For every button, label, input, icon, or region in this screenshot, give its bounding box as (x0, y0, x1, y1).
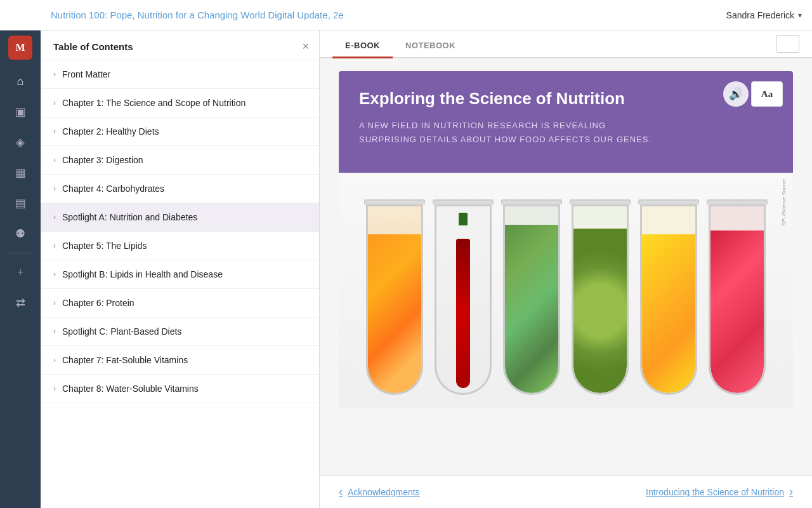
toc-header: Table of Contents × (41, 30, 319, 60)
toc-close-button[interactable]: × (302, 41, 309, 52)
audio-button[interactable]: 🔊 (723, 81, 749, 107)
main-layout: M ⌂ ▣ ◈ ▦ ▤ ⚉ + ⇄ Table of Contents (0, 30, 812, 508)
folder-nav-button[interactable]: ▣ (5, 98, 36, 126)
folder-icon: ▣ (15, 105, 26, 119)
toc-list-item[interactable]: ›Front Matter (41, 60, 319, 89)
toc-chevron-icon: › (53, 356, 56, 364)
layers-nav-button[interactable]: ◈ (5, 128, 36, 156)
toc-list: ›Front Matter›Chapter 1: The Science and… (41, 60, 319, 508)
toc-chevron-icon: › (53, 98, 56, 107)
tab-notebook[interactable]: NOTEBOOK (393, 34, 468, 58)
toc-item-label: Chapter 7: Fat-Soluble Vitamins (62, 355, 188, 365)
sync-icon: ⇄ (16, 296, 25, 310)
tube-orange (364, 199, 425, 395)
ebook-content: Exploring the Science of Nutrition A NEW… (320, 58, 812, 475)
prev-arrow-icon: ‹ (339, 485, 343, 498)
user-chevron-icon: ▾ (798, 11, 802, 20)
toc-item-label: Chapter 3: Digestion (62, 155, 143, 165)
notebook-nav-button[interactable]: ▤ (5, 189, 36, 217)
toc-list-item[interactable]: ›Chapter 3: Digestion (41, 146, 319, 175)
add-nav-button[interactable]: + (5, 258, 36, 286)
toc-list-item[interactable]: ›Chapter 6: Protein (41, 289, 319, 318)
tab-ebook[interactable]: E-BOOK (332, 34, 393, 58)
font-size-icon: Aa (761, 89, 773, 100)
tube-greens (501, 199, 562, 395)
toc-chevron-icon: › (53, 70, 56, 79)
toc-item-label: Spotlight C: Plant-Based Diets (62, 326, 181, 337)
toc-item-label: Chapter 1: The Science and Scope of Nutr… (62, 98, 246, 108)
bottom-nav: ‹ Acknowledgments Introducing the Scienc… (320, 475, 812, 508)
toc-item-label: Chapter 5: The Lipids (62, 241, 147, 251)
tube-chili (433, 199, 494, 395)
toc-list-item[interactable]: ›Chapter 1: The Science and Scope of Nut… (41, 89, 319, 117)
font-size-button[interactable]: Aa (751, 81, 783, 107)
tube-kiwi (570, 199, 631, 395)
toc-item-label: Spotlight B: Lipids in Health and Diseas… (62, 269, 223, 279)
hero-subtitle: A NEW FIELD IN NUTRITION RESEARCH IS REV… (359, 119, 664, 147)
toc-item-label: Chapter 2: Healthy Diets (62, 126, 159, 137)
toc-item-label: Chapter 4: Carbohydrates (62, 184, 164, 194)
toc-list-item[interactable]: ›Chapter 4: Carbohydrates (41, 175, 319, 203)
user-menu[interactable]: Sandra Frederick ▾ (726, 10, 802, 20)
tube-yellow-pepper (638, 199, 699, 395)
toc-chevron-icon: › (53, 213, 56, 222)
people-icon: ⚉ (15, 227, 25, 241)
home-nav-button[interactable]: ⌂ (5, 67, 36, 95)
user-name: Sandra Frederick (726, 10, 794, 20)
image-watermark: SPL/Science Source (781, 179, 787, 225)
toc-item-label: Front Matter (62, 69, 110, 79)
toc-list-item[interactable]: ›Chapter 8: Water-Soluble Vitamins (41, 375, 319, 403)
tab-bar: E-BOOK NOTEBOOK (320, 30, 812, 58)
sync-nav-button[interactable]: ⇄ (5, 289, 36, 317)
toc-list-item[interactable]: ›Spotlight A: Nutrition and Diabetes (41, 203, 319, 232)
toc-list-item[interactable]: ›Spotlight B: Lipids in Health and Disea… (41, 260, 319, 289)
toc-item-label: Spotlight A: Nutrition and Diabetes (62, 212, 197, 222)
toc-title: Table of Contents (53, 41, 133, 52)
toc-chevron-icon: › (53, 298, 56, 307)
people-nav-button[interactable]: ⚉ (5, 220, 36, 248)
toc-panel: Table of Contents × ›Front Matter›Chapte… (41, 30, 320, 508)
content-area: E-BOOK NOTEBOOK Exploring the Science of… (320, 30, 812, 508)
hero-title: Exploring the Science of Nutrition (359, 89, 773, 109)
sidebar-divider (8, 253, 33, 253)
test-tube-illustration: SPL/Science Source (339, 173, 793, 408)
hero-banner: Exploring the Science of Nutrition A NEW… (339, 71, 793, 173)
chart-icon: ▦ (15, 166, 26, 180)
logo-button[interactable]: M (8, 36, 32, 60)
image-area: SPL/Science Source (339, 173, 793, 408)
topbar: Nutrition 100: Pope, Nutrition for a Cha… (0, 0, 812, 30)
prev-link-label: Acknowledgments (348, 487, 420, 497)
next-link-label: Introducing the Science of Nutrition (646, 487, 784, 497)
logo-icon: M (15, 42, 25, 53)
toc-list-item[interactable]: ›Chapter 7: Fat-Soluble Vitamins (41, 346, 319, 375)
notebook-icon: ▤ (15, 196, 26, 210)
toc-chevron-icon: › (53, 184, 56, 193)
toc-chevron-icon: › (53, 327, 56, 336)
prev-link[interactable]: ‹ Acknowledgments (339, 485, 420, 498)
page-title: Nutrition 100: Pope, Nutrition for a Cha… (51, 10, 344, 20)
next-arrow-icon: › (789, 485, 793, 498)
toc-chevron-icon: › (53, 241, 56, 250)
toc-chevron-icon: › (53, 156, 56, 164)
icon-sidebar: M ⌂ ▣ ◈ ▦ ▤ ⚉ + ⇄ (0, 30, 41, 508)
toc-list-item[interactable]: ›Spotlight C: Plant-Based Diets (41, 318, 319, 346)
layers-icon: ◈ (16, 135, 25, 149)
toc-list-item[interactable]: ›Chapter 2: Healthy Diets (41, 117, 319, 146)
audio-icon: 🔊 (729, 87, 743, 101)
chart-nav-button[interactable]: ▦ (5, 159, 36, 187)
next-link[interactable]: Introducing the Science of Nutrition › (646, 485, 793, 498)
toc-chevron-icon: › (53, 270, 56, 279)
toc-item-label: Chapter 8: Water-Soluble Vitamins (62, 384, 199, 394)
add-icon: + (17, 266, 23, 279)
toc-list-item[interactable]: ›Chapter 5: The Lipids (41, 232, 319, 260)
toc-chevron-icon: › (53, 127, 56, 136)
tab-extra-button[interactable] (776, 35, 799, 53)
tube-strawberry (707, 199, 768, 395)
home-icon: ⌂ (17, 75, 24, 88)
toc-chevron-icon: › (53, 384, 56, 393)
toc-item-label: Chapter 6: Protein (62, 298, 134, 308)
